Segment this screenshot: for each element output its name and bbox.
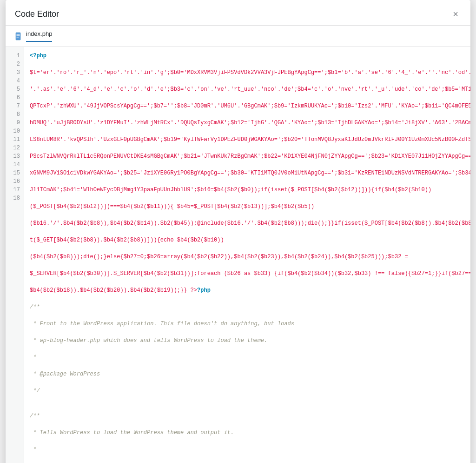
code-editor-content[interactable]: <?php $t='er'.'ro'.'r_'.'n'.'epo'.'rt'.'… [24,47,470,463]
file-icon [15,32,23,40]
svg-rect-3 [17,37,19,38]
modal-title: Code Editor [15,9,59,19]
modal-header: Code Editor × [6,0,470,26]
line-numbers: 1 2 3 4 5 6 7 8 9 10 11 12 13 14 15 16 [6,47,24,463]
close-button[interactable]: × [450,8,461,20]
svg-rect-0 [16,33,20,40]
svg-rect-2 [17,35,20,36]
code-editor-modal: Code Editor × index.php 1 2 [6,0,470,463]
svg-rect-1 [17,34,20,35]
editor-area[interactable]: 1 2 3 4 5 6 7 8 9 10 11 12 13 14 15 16 [6,47,470,463]
file-tab: index.php [6,26,470,42]
file-name[interactable]: index.php [26,30,52,42]
